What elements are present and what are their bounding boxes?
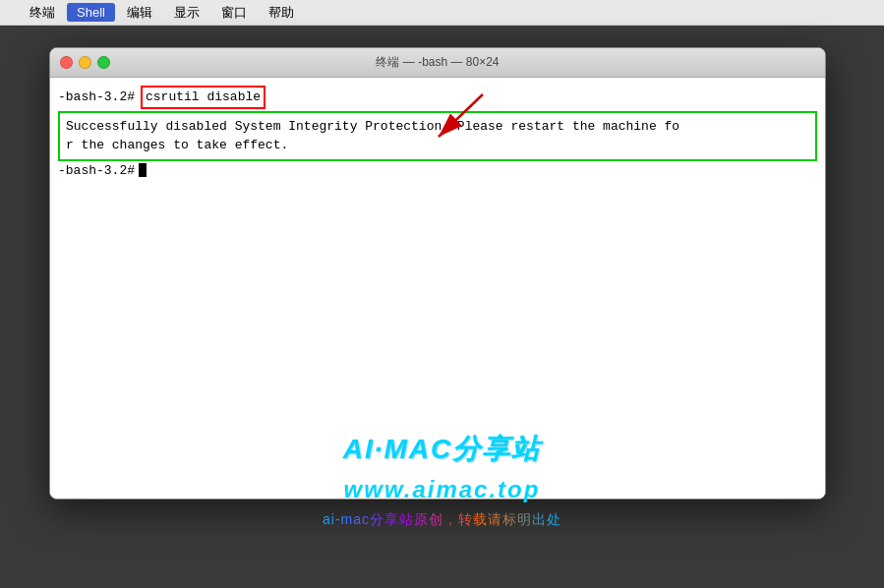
terminal-titlebar: 终端 — -bash — 80×24 [50,48,825,78]
menu-window[interactable]: 窗口 [211,2,257,24]
prompt-2: -bash-3.2# [58,163,135,178]
menu-view[interactable]: 显示 [164,2,209,24]
menu-shell[interactable]: Shell [67,3,115,22]
svg-line-1 [439,94,483,137]
command-text: csrutil disable [141,86,265,109]
menu-edit[interactable]: 编辑 [117,2,162,24]
menu-help[interactable]: 帮助 [259,2,304,24]
watermark-subtitle: ai-mac分享站原创，转载请标明出处 [323,511,561,529]
terminal-window: 终端 — -bash — 80×24 ≡ -bash-3.2# csrutil … [49,47,826,500]
traffic-lights [60,56,110,69]
maximize-button[interactable] [97,56,110,69]
menu-terminal[interactable]: 终端 [20,2,65,24]
close-button[interactable] [60,56,73,69]
red-arrow [414,89,493,148]
minimize-button[interactable] [79,56,91,69]
window-title: 终端 — -bash — 80×24 [376,54,499,71]
prompt-1: -bash-3.2# [58,88,135,107]
terminal-cursor [139,163,147,177]
terminal-line-3: -bash-3.2# [58,163,817,178]
menu-bar: 终端 Shell 编辑 显示 窗口 帮助 [0,0,884,26]
